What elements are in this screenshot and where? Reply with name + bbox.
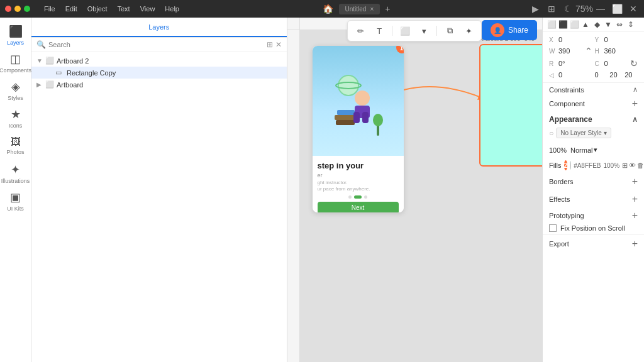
toolbar-sep2 — [436, 26, 437, 36]
layers-list: ▼ ⬜ Artboard 2 ▭ Rectangle Copy ▶ ⬜ Artb… — [31, 52, 287, 362]
nav-components[interactable]: ◫ Components — [3, 50, 28, 75]
align-bottom-icon[interactable]: ▼ — [603, 20, 613, 29]
layer-artboard2[interactable]: ▼ ⬜ Artboard 2 — [31, 55, 287, 67]
add-effect-button[interactable]: + — [632, 194, 638, 204]
export-section: Export + — [543, 234, 644, 253]
corner-field[interactable]: C 0 ↻ — [595, 58, 638, 69]
minimize-button[interactable] — [14, 6, 21, 12]
w-field[interactable]: W 390 ⌃ — [549, 46, 592, 56]
svg-rect-6 — [362, 112, 369, 123]
h-field[interactable]: H 360 — [595, 46, 638, 56]
corner-radius-icon[interactable]: ↻ — [630, 58, 638, 69]
pen-tool[interactable]: ✏ — [353, 23, 368, 38]
dot-1 — [348, 195, 352, 199]
add-prototype-button[interactable]: + — [632, 211, 638, 221]
close-button[interactable] — [5, 6, 11, 12]
close-search-icon[interactable]: ✕ — [275, 40, 282, 49]
window-icon[interactable]: ⬜ — [611, 3, 623, 14]
grid-icon[interactable]: ⊞ — [546, 3, 557, 14]
opacity-value[interactable]: 100% — [549, 146, 568, 154]
fill-actions: ⊞ 👁 🗑 — [622, 162, 644, 170]
constraints-row: Constraints ∧ — [543, 83, 644, 96]
layer-style-button[interactable]: No Layer Style ▾ — [556, 128, 611, 138]
nav-photos[interactable]: 🖼 Photos — [3, 133, 28, 158]
chevron-down-tool[interactable]: ▾ — [416, 23, 431, 38]
fill-delete-icon[interactable]: 🗑 — [637, 162, 644, 170]
minimize-icon[interactable]: — — [595, 3, 606, 14]
search-input[interactable] — [48, 41, 264, 48]
menu-file[interactable]: File — [40, 4, 59, 14]
layer-artboard[interactable]: ▶ ⬜ Artboard — [31, 79, 287, 90]
moon-icon[interactable]: ☾ — [562, 3, 574, 14]
share-button[interactable]: 👤 Share — [482, 20, 537, 40]
menu-view[interactable]: View — [136, 4, 159, 14]
active-tab[interactable]: Untitled × — [339, 4, 380, 14]
play-icon[interactable]: ▶ — [530, 3, 541, 14]
align-left-icon[interactable]: ⬜ — [547, 20, 557, 29]
close-window-icon[interactable]: ✕ — [628, 3, 639, 14]
add-border-button[interactable]: + — [632, 177, 638, 187]
mask-tool[interactable]: ⧉ — [442, 23, 457, 38]
fill-color-swatch[interactable] — [570, 161, 571, 170]
left-artboard[interactable]: 1 — [313, 46, 404, 212]
zoom-level[interactable]: 75% — [579, 3, 590, 14]
fill-grid-icon[interactable]: ⊞ — [622, 162, 628, 170]
tab-title-text: Untitled — [345, 6, 367, 13]
illustrations-icon: ✦ — [11, 163, 20, 177]
inset-field2[interactable]: 0 20 20 — [595, 71, 638, 79]
align-center-v-icon[interactable]: ◆ — [592, 20, 602, 29]
add-component-icon[interactable]: + — [632, 99, 638, 109]
lock-aspect-icon[interactable]: ⌃ — [585, 46, 592, 56]
titlebar-actions: ▶ ⊞ ☾ 75% — ⬜ ✕ — [530, 3, 639, 14]
chevron-right-icon: ▶ — [36, 81, 43, 88]
left-nav: ⬛ Layers ◫ Components ◈ Styles ★ Icons 🖼… — [0, 18, 31, 362]
maximize-button[interactable] — [24, 6, 30, 12]
canvas-area[interactable]: -300 -200 -100 0 100 200 300 390 500 600… — [287, 18, 543, 362]
align-top-icon[interactable]: ▲ — [580, 20, 591, 29]
inset-field[interactable]: ◁ 0 — [549, 71, 592, 79]
uikits-label: UI Kits — [7, 206, 24, 212]
constraints-chevron-icon[interactable]: ∧ — [633, 85, 638, 94]
nav-icons[interactable]: ★ Icons — [3, 106, 28, 131]
menu-edit[interactable]: Edit — [62, 4, 81, 14]
x-field[interactable]: X 0 — [549, 36, 592, 43]
fill-eye-icon[interactable]: 👁 — [629, 162, 636, 170]
search-bar: 🔍 ⊞ ✕ — [31, 38, 287, 52]
align-right-icon[interactable]: ⬜ — [569, 20, 579, 29]
nav-layers[interactable]: ⬛ Layers — [3, 23, 28, 48]
figure-svg — [330, 60, 386, 142]
chevron-down-icon: ▾ — [604, 129, 607, 136]
nav-styles[interactable]: ◈ Styles — [3, 78, 28, 103]
menu-text[interactable]: Text — [114, 4, 134, 14]
y-field[interactable]: Y 0 — [595, 36, 638, 43]
distribute-h-icon[interactable]: ⇔ — [614, 20, 625, 29]
filter-icon[interactable]: ⊞ — [267, 40, 273, 49]
next-button[interactable]: Next — [318, 202, 399, 212]
nav-uikits[interactable]: ▣ UI Kits — [3, 189, 28, 214]
blend-mode-select[interactable]: Normal ▾ — [570, 146, 638, 154]
frame-tool[interactable]: ⬜ — [397, 23, 413, 38]
y-value: 0 — [604, 36, 638, 43]
menu-help[interactable]: Help — [161, 4, 183, 14]
canvas-body[interactable]: Artboard 2 390×848 1 — [300, 30, 543, 362]
photos-label: Photos — [6, 149, 24, 155]
inset-value4: 20 — [625, 71, 638, 79]
menu-object[interactable]: Object — [84, 4, 111, 14]
nav-illustrations[interactable]: ✦ Illustrations — [3, 161, 28, 186]
align-center-h-icon[interactable]: ⬛ — [558, 20, 568, 29]
add-tab-button[interactable]: + — [385, 4, 390, 14]
page-dots — [318, 195, 399, 199]
tab-layers[interactable]: Layers — [31, 18, 287, 37]
text-tool[interactable]: T — [372, 23, 387, 38]
layer-rect-copy[interactable]: ▭ Rectangle Copy — [31, 67, 287, 79]
add-export-button[interactable]: + — [632, 239, 638, 249]
tab-close-icon[interactable]: × — [370, 6, 374, 13]
home-icon[interactable]: 🏠 — [323, 3, 334, 14]
component-tool[interactable]: ✦ — [461, 23, 476, 38]
rotation-field[interactable]: R 0° — [549, 58, 592, 69]
appearance-chevron-icon[interactable]: ∧ — [632, 115, 638, 124]
fix-position-checkbox[interactable] — [549, 224, 557, 232]
distribute-v-icon[interactable]: ⇕ — [626, 20, 636, 29]
right-artboard[interactable] — [479, 44, 543, 167]
borders-label: Borders — [549, 178, 574, 185]
